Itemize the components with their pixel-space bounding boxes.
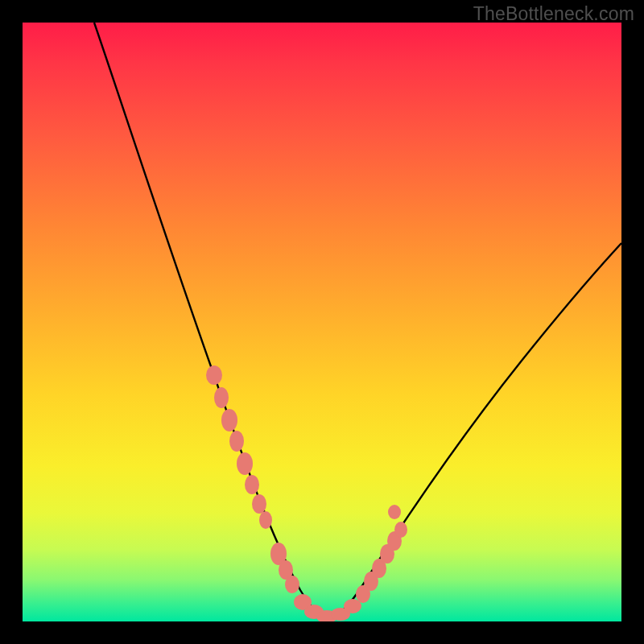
svg-point-0 (206, 365, 222, 385)
svg-point-22 (388, 505, 401, 519)
watermark-text: TheBottleneck.com (473, 3, 634, 25)
bottleneck-curve-svg (23, 23, 621, 621)
svg-point-7 (259, 511, 272, 529)
svg-point-10 (285, 576, 299, 593)
svg-point-3 (229, 431, 244, 452)
svg-point-6 (252, 494, 266, 514)
svg-point-1 (214, 387, 229, 408)
marker-group (206, 365, 407, 621)
chart-frame: TheBottleneck.com (0, 0, 644, 644)
svg-point-5 (245, 475, 259, 494)
svg-point-2 (221, 409, 237, 431)
bottleneck-curve (94, 23, 621, 618)
plot-area (23, 23, 621, 621)
svg-point-21 (394, 522, 407, 538)
svg-point-4 (237, 452, 253, 475)
